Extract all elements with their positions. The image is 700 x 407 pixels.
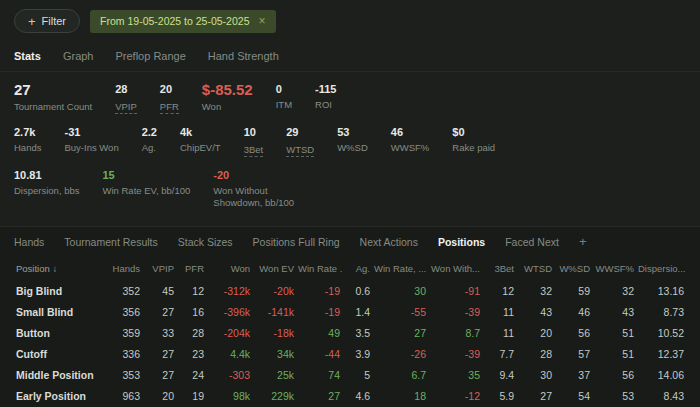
- value-cell: 16: [176, 302, 206, 323]
- stat-rake-paid: $0Rake paid: [452, 125, 495, 153]
- value-cell: 51: [592, 323, 636, 344]
- value-cell: 56: [554, 323, 592, 344]
- value-cell: 14.06: [636, 365, 686, 386]
- filter-button-label: Filter: [42, 15, 66, 27]
- table-row-cutoff[interactable]: Cutoff33627234.4k34k-443.9-26-397.728575…: [14, 344, 686, 365]
- subtab-stack-sizes[interactable]: Stack Sizes: [178, 236, 233, 248]
- subtab-faced-next[interactable]: Faced Next: [505, 236, 559, 248]
- date-filter-label: From 19-05-2025 to 25-05-2025: [100, 15, 249, 27]
- value-cell: 45: [142, 281, 176, 302]
- tab-hand-strength[interactable]: Hand Strength: [208, 46, 279, 71]
- column-header-position[interactable]: Position ↓: [14, 257, 102, 281]
- column-header-w-sd[interactable]: W%SD: [554, 257, 592, 281]
- stat-label: ITM: [276, 99, 292, 110]
- value-cell: 27: [142, 344, 176, 365]
- value-cell: 27: [296, 386, 342, 407]
- stat-value: 20: [160, 82, 179, 96]
- value-cell: 4.4k: [206, 344, 252, 365]
- table-row-early-position[interactable]: Early Position963201998k229k274.618-125.…: [14, 386, 686, 407]
- stat-dispersion-bbs: 10.81Dispersion, bbs: [14, 168, 79, 196]
- tab-stats[interactable]: Stats: [14, 46, 41, 71]
- value-cell: 3.9: [342, 344, 372, 365]
- subtab-positions-full-ring[interactable]: Positions Full Ring: [253, 236, 340, 248]
- column-header-dispersio[interactable]: Dispersio...: [636, 257, 686, 281]
- value-cell: 10.52: [636, 323, 686, 344]
- stat-buy-ins-won: -31Buy-Ins Won: [64, 125, 118, 153]
- stat-value: 28: [115, 82, 137, 96]
- value-cell: 24: [176, 365, 206, 386]
- value-cell: 54: [554, 386, 592, 407]
- value-cell: 963: [102, 386, 142, 407]
- table-row-big-blind[interactable]: Big Blind3524512-312k-20k-190.630-911232…: [14, 281, 686, 302]
- column-header-wtsd[interactable]: WTSD: [516, 257, 554, 281]
- column-header-win-rate[interactable]: Win Rate, ...: [372, 257, 428, 281]
- value-cell: 53: [592, 386, 636, 407]
- stat-hands: 2.7kHands: [14, 125, 41, 153]
- value-cell: -396k: [206, 302, 252, 323]
- column-header-vpip[interactable]: VPIP: [142, 257, 176, 281]
- column-header-pfr[interactable]: PFR: [176, 257, 206, 281]
- stat-label[interactable]: PFR: [160, 101, 179, 114]
- stat-label[interactable]: WTSD: [286, 144, 314, 157]
- stat-3bet[interactable]: 103Bet: [244, 125, 264, 157]
- value-cell: 12: [482, 281, 516, 302]
- column-header-wwsf[interactable]: WWSF%: [592, 257, 636, 281]
- stat-wtsd[interactable]: 29WTSD: [286, 125, 314, 157]
- stat-chipev-t: 4kChipEV/T: [180, 125, 221, 153]
- stat-value: 2.7k: [14, 125, 41, 139]
- table-header-row: Position ↓HandsVPIPPFRWonWon EVWin Rate …: [14, 257, 686, 281]
- value-cell: -20k: [252, 281, 296, 302]
- stat-value: -115: [315, 82, 336, 96]
- value-cell: 11: [482, 323, 516, 344]
- subtab-hands[interactable]: Hands: [14, 236, 44, 248]
- value-cell: -39: [428, 344, 482, 365]
- stat-wwsf: 46WWSF%: [391, 125, 430, 153]
- column-header-won-with[interactable]: Won With...: [428, 257, 482, 281]
- stat-win-rate-ev-bb-100: 15Win Rate EV, bb/100: [102, 168, 190, 196]
- value-cell: 28: [176, 323, 206, 344]
- value-cell: 23: [176, 344, 206, 365]
- column-header-won-ev[interactable]: Won EV: [252, 257, 296, 281]
- tab-preflop-range[interactable]: Preflop Range: [115, 46, 185, 71]
- position-cell: Early Position: [14, 386, 102, 407]
- column-header-hands[interactable]: Hands: [102, 257, 142, 281]
- stat-label: WWSF%: [391, 142, 430, 153]
- stat-label: Ag.: [142, 142, 157, 153]
- add-report-tab-button[interactable]: +: [579, 234, 587, 249]
- stat-label[interactable]: VPIP: [115, 101, 137, 114]
- stat-vpip[interactable]: 28VPIP: [115, 82, 137, 114]
- value-cell: 336: [102, 344, 142, 365]
- stat-ag: 2.2Ag.: [142, 125, 157, 153]
- stat-pfr[interactable]: 20PFR: [160, 82, 179, 114]
- tab-graph[interactable]: Graph: [63, 46, 94, 71]
- filter-button[interactable]: + Filter: [14, 9, 80, 33]
- stat-label: Won: [202, 101, 253, 112]
- value-cell: 359: [102, 323, 142, 344]
- column-header-win-rate[interactable]: Win Rate ...: [296, 257, 342, 281]
- column-header-won[interactable]: Won: [206, 257, 252, 281]
- value-cell: 30: [516, 365, 554, 386]
- filter-bar: + Filter From 19-05-2025 to 25-05-2025 ×: [0, 0, 700, 40]
- value-cell: 98k: [206, 386, 252, 407]
- value-cell: 8.73: [636, 302, 686, 323]
- stat-label[interactable]: 3Bet: [244, 144, 264, 157]
- column-header-ag[interactable]: Ag.: [342, 257, 372, 281]
- close-icon[interactable]: ×: [258, 14, 265, 28]
- stat-value: 15: [102, 168, 190, 182]
- table-row-middle-position[interactable]: Middle Position3532724-30325k7456.7359.4…: [14, 365, 686, 386]
- value-cell: 27: [142, 365, 176, 386]
- table-row-button[interactable]: Button3593328-204k-18k493.5278.711205651…: [14, 323, 686, 344]
- position-cell: Button: [14, 323, 102, 344]
- subtab-tournament-results[interactable]: Tournament Results: [64, 236, 157, 248]
- value-cell: 5: [342, 365, 372, 386]
- value-cell: 59: [554, 281, 592, 302]
- value-cell: -44: [296, 344, 342, 365]
- stat-value: 27: [14, 82, 92, 98]
- date-filter-chip[interactable]: From 19-05-2025 to 25-05-2025 ×: [90, 10, 275, 33]
- table-row-small-blind[interactable]: Small Blind3562716-396k-141k-191.4-55-39…: [14, 302, 686, 323]
- subtab-next-actions[interactable]: Next Actions: [360, 236, 418, 248]
- value-cell: 43: [592, 302, 636, 323]
- subtab-positions[interactable]: Positions: [438, 236, 485, 248]
- value-cell: 37: [554, 365, 592, 386]
- column-header-3bet[interactable]: 3Bet: [482, 257, 516, 281]
